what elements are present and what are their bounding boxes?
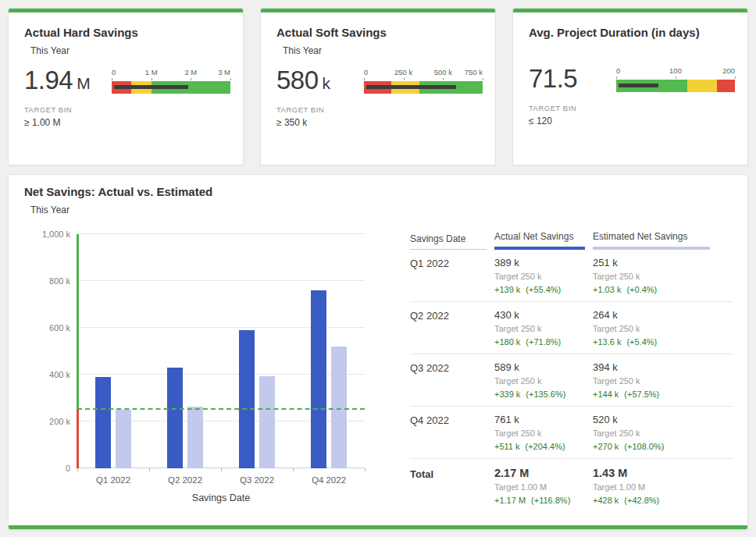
- bar-estimated-q2-2022[interactable]: [187, 407, 203, 468]
- x-axis-tick: [149, 468, 150, 471]
- x-axis-tick: [365, 468, 366, 471]
- cell-target: Target 250 k: [593, 272, 710, 282]
- kpi-card-body: Actual Soft Savings This Year 580k 0250 …: [261, 12, 495, 128]
- bullet-chart-project-duration: 0100200: [616, 66, 735, 92]
- axis-tick-label: 1 M: [145, 68, 158, 76]
- table-row-total[interactable]: Total2.17 MTarget 1.00 M+1.17 M(+116.8%)…: [410, 459, 733, 512]
- table-cell-estimated: 520 kTarget 250 k+270 k(+108.0%): [593, 414, 710, 452]
- y-axis-below-target: [77, 410, 79, 468]
- column-header-savings-date: Savings Date: [410, 233, 487, 250]
- variance-percent: (+0.4%): [626, 285, 657, 294]
- cell-target: Target 250 k: [494, 376, 585, 386]
- cell-variance: +270 k(+108.0%): [593, 442, 710, 452]
- cell-variance: +511 k(+204.4%): [494, 442, 585, 452]
- axis-tick-label: 100: [669, 66, 682, 75]
- kpi-title: Actual Hard Savings: [24, 26, 232, 39]
- card-bottom-accent: [9, 525, 747, 529]
- cell-value: 520 k: [593, 414, 710, 425]
- table-cell-estimated: 394 kTarget 250 k+144 k(+57.5%): [593, 361, 710, 400]
- target-line: [77, 408, 365, 410]
- bullet-range-yellow: [687, 80, 717, 92]
- target-bin-value: ≥ 350 k: [276, 117, 484, 128]
- chart-subtitle: This Year: [30, 204, 733, 215]
- kpi-card-body: Actual Hard Savings This Year 1.94M 01 M…: [9, 12, 243, 128]
- axis-tick-label: 500 k: [434, 68, 452, 76]
- kpi-card-soft-savings: Actual Soft Savings This Year 580k 0250 …: [260, 8, 496, 165]
- table-row-q3-2022[interactable]: Q3 2022589 kTarget 250 k+339 k(+135.6%)3…: [410, 354, 733, 407]
- cell-target: Target 250 k: [593, 429, 710, 439]
- target-bin-label: TARGET BIN: [24, 105, 232, 114]
- table-cell-actual: 2.17 MTarget 1.00 M+1.17 M(+116.8%): [494, 468, 585, 506]
- variance-percent: (+108.0%): [624, 442, 664, 451]
- bar-estimated-q3-2022[interactable]: [259, 376, 275, 468]
- row-label: Q2 2022: [410, 309, 487, 347]
- table-row-q2-2022[interactable]: Q2 2022430 kTarget 250 k+180 k(+71.8%)26…: [410, 302, 733, 354]
- cell-value: 394 k: [593, 361, 710, 373]
- axis-tick-mark: [404, 78, 405, 80]
- variance-absolute: +144 k: [593, 389, 619, 399]
- plot-area: 0200 k400 k600 k800 k1,000 kQ1 2022Q2 20…: [77, 234, 365, 468]
- kpi-title: Actual Soft Savings: [276, 26, 484, 39]
- bullet-bar: [616, 80, 735, 92]
- axis-tick-label: 200: [722, 66, 735, 75]
- cell-variance: +180 k(+71.8%): [494, 337, 585, 347]
- cell-value: 251 k: [593, 257, 710, 268]
- variance-percent: (+42.8%): [624, 496, 659, 505]
- table-cell-actual: 589 kTarget 250 k+339 k(+135.6%): [494, 361, 585, 400]
- bar-actual-q3-2022[interactable]: [239, 330, 255, 468]
- bar-actual-q4-2022[interactable]: [311, 290, 326, 468]
- cell-variance: +144 k(+57.5%): [593, 389, 710, 400]
- axis-tick-label: 250 k: [394, 68, 412, 76]
- cell-target: Target 1.00 M: [494, 482, 585, 493]
- cell-variance: +1.03 k(+0.4%): [593, 285, 710, 295]
- bar-estimated-q4-2022[interactable]: [331, 347, 347, 468]
- gridline: [77, 233, 365, 234]
- net-savings-card: Net Savings: Actual vs. Estimated This Y…: [8, 174, 748, 530]
- table-row-q1-2022[interactable]: Q1 2022389 kTarget 250 k+139 k(+55.4%)25…: [410, 250, 733, 302]
- kpi-value-number: 71.5: [529, 64, 577, 93]
- row-label: Q3 2022: [410, 361, 487, 400]
- kpi-value: 580k: [276, 66, 330, 95]
- kpi-card-body: Avg. Project Duration (in days) 71.5 010…: [513, 12, 747, 126]
- cell-variance: +139 k(+55.4%): [494, 285, 585, 295]
- bullet-value-bar: [114, 85, 188, 89]
- table-cell-estimated: 251 kTarget 250 k+1.03 k(+0.4%): [593, 257, 710, 295]
- variance-percent: (+116.8%): [531, 496, 570, 505]
- gridline: [77, 280, 365, 281]
- kpi-card-hard-savings: Actual Hard Savings This Year 1.94M 01 M…: [8, 8, 244, 165]
- variance-percent: (+55.4%): [526, 285, 561, 294]
- table-cell-actual: 430 kTarget 250 k+180 k(+71.8%): [494, 309, 585, 347]
- cell-target: Target 250 k: [593, 376, 710, 386]
- row-label: Total: [410, 468, 487, 506]
- axis-tick-mark: [735, 76, 736, 79]
- x-axis-label: Q1 2022: [96, 475, 130, 485]
- y-axis-above-target: [77, 234, 79, 410]
- table-header: Savings Date Actual Net Savings Estimate…: [410, 231, 733, 250]
- variance-percent: (+57.5%): [624, 389, 659, 399]
- chart-title: Net Savings: Actual vs. Estimated: [24, 185, 733, 198]
- x-axis-tick: [293, 468, 294, 471]
- table-cell-estimated: 1.43 MTarget 1.00 M+428 k(+42.8%): [593, 468, 710, 506]
- kpi-main: 71.5 0100200: [529, 64, 736, 94]
- kpi-main: 1.94M 01 M2 M3 M: [24, 66, 232, 95]
- table-cell-actual: 761 kTarget 250 k+511 k(+204.4%): [494, 414, 585, 452]
- bullet-range-red: [717, 80, 735, 92]
- kpi-value: 71.5: [529, 64, 577, 94]
- bullet-value-bar: [366, 85, 456, 89]
- net-savings-bar-chart: 0200 k400 k600 k800 k1,000 kQ1 2022Q2 20…: [24, 220, 390, 518]
- axis-tick-label: 750 k: [465, 68, 483, 76]
- variance-absolute: +1.03 k: [593, 285, 621, 294]
- variance-absolute: +339 k: [494, 389, 520, 399]
- kpi-value-number: 1.94: [24, 66, 73, 94]
- kpi-value-unit: k: [323, 74, 330, 92]
- variance-absolute: +180 k: [494, 337, 520, 347]
- bar-estimated-q1-2022[interactable]: [116, 410, 131, 468]
- table-row-q4-2022[interactable]: Q4 2022761 kTarget 250 k+511 k(+204.4%)5…: [410, 407, 733, 459]
- target-bin-value: ≤ 120: [529, 116, 736, 126]
- variance-percent: (+204.4%): [526, 442, 565, 451]
- cell-value: 264 k: [593, 309, 710, 321]
- cell-variance: +339 k(+135.6%): [494, 389, 585, 400]
- bar-actual-q1-2022[interactable]: [95, 377, 111, 468]
- bar-actual-q2-2022[interactable]: [167, 368, 183, 468]
- x-axis-label: Q2 2022: [168, 475, 202, 485]
